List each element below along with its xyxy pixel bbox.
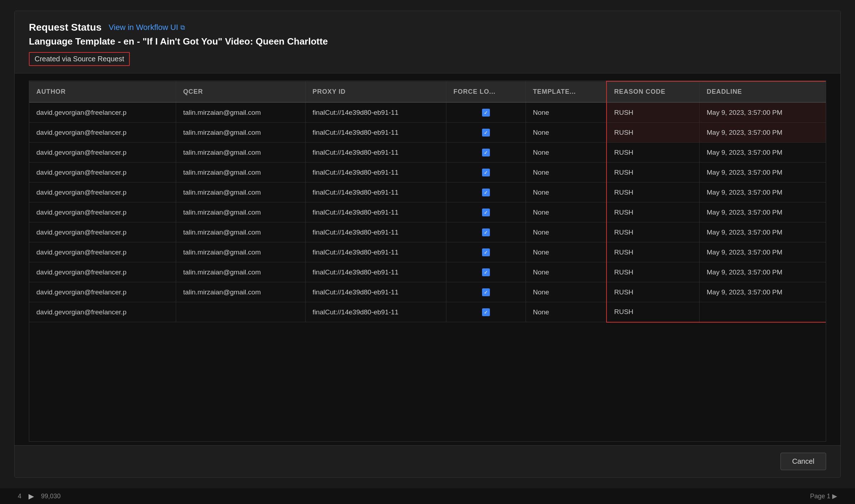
bottom-left-number: 4 — [18, 493, 21, 500]
cell-reason-code: RUSH — [606, 262, 699, 282]
cell-qcer: talin.mirzaian@gmail.com — [176, 182, 305, 202]
cell-proxy-id: finalCut://14e39d80-eb91-11 — [305, 202, 446, 222]
cell-qcer: talin.mirzaian@gmail.com — [176, 262, 305, 282]
cell-author: david.gevorgian@freelancer.p — [29, 282, 176, 302]
cell-deadline: May 9, 2023, 3:57:00 PM — [699, 182, 826, 202]
table-row: david.gevorgian@freelancer.p finalCut://… — [29, 302, 826, 322]
checkbox-checked-icon: ✓ — [482, 308, 490, 316]
bottom-bar-right: Page 1 ▶ — [810, 492, 837, 500]
cell-proxy-id: finalCut://14e39d80-eb91-11 — [305, 123, 446, 143]
cell-proxy-id: finalCut://14e39d80-eb91-11 — [305, 282, 446, 302]
cell-template: None — [526, 143, 606, 163]
cell-template: None — [526, 163, 606, 182]
results-table: AUTHOR QCER PROXY ID FORCE LO... TEMPLAT… — [29, 81, 826, 323]
cell-deadline: May 9, 2023, 3:57:00 PM — [699, 102, 826, 123]
cell-author: david.gevorgian@freelancer.p — [29, 123, 176, 143]
checkbox-checked-icon: ✓ — [482, 268, 490, 276]
checkbox-checked-icon: ✓ — [482, 129, 490, 137]
cell-author: david.gevorgian@freelancer.p — [29, 163, 176, 182]
col-deadline: DEADLINE — [699, 81, 826, 102]
table-row: david.gevorgian@freelancer.p talin.mirza… — [29, 123, 826, 143]
bottom-bar-left: 4 ▶ 99,030 — [18, 492, 61, 500]
cell-deadline: May 9, 2023, 3:57:00 PM — [699, 282, 826, 302]
cell-qcer: talin.mirzaian@gmail.com — [176, 163, 305, 182]
cell-reason-code: RUSH — [606, 202, 699, 222]
cell-template: None — [526, 302, 606, 322]
checkbox-checked-icon: ✓ — [482, 228, 490, 236]
cell-deadline: May 9, 2023, 3:57:00 PM — [699, 262, 826, 282]
cell-force-lock: ✓ — [446, 302, 526, 322]
cell-reason-code: RUSH — [606, 102, 699, 123]
cell-qcer: talin.mirzaian@gmail.com — [176, 202, 305, 222]
col-proxy-id: PROXY ID — [305, 81, 446, 102]
cell-deadline: May 9, 2023, 3:57:00 PM — [699, 143, 826, 163]
cell-reason-code: RUSH — [606, 302, 699, 322]
table-row: david.gevorgian@freelancer.p talin.mirza… — [29, 282, 826, 302]
cell-force-lock: ✓ — [446, 222, 526, 242]
cell-qcer: talin.mirzaian@gmail.com — [176, 242, 305, 262]
workflow-link[interactable]: View in Workflow UI ⧉ — [109, 23, 185, 32]
cell-proxy-id: finalCut://14e39d80-eb91-11 — [305, 242, 446, 262]
cell-author: david.gevorgian@freelancer.p — [29, 262, 176, 282]
cell-force-lock: ✓ — [446, 262, 526, 282]
cell-author: david.gevorgian@freelancer.p — [29, 202, 176, 222]
checkbox-checked-icon: ✓ — [482, 189, 490, 196]
cell-reason-code: RUSH — [606, 282, 699, 302]
modal-container: Request Status View in Workflow UI ⧉ Lan… — [14, 11, 841, 478]
cell-qcer: talin.mirzaian@gmail.com — [176, 282, 305, 302]
cell-proxy-id: finalCut://14e39d80-eb91-11 — [305, 182, 446, 202]
cell-deadline: May 9, 2023, 3:57:00 PM — [699, 163, 826, 182]
col-author: AUTHOR — [29, 81, 176, 102]
cell-reason-code: RUSH — [606, 163, 699, 182]
cell-force-lock: ✓ — [446, 242, 526, 262]
table-row: david.gevorgian@freelancer.p talin.mirza… — [29, 182, 826, 202]
cell-template: None — [526, 262, 606, 282]
bottom-bar: 4 ▶ 99,030 Page 1 ▶ — [0, 488, 855, 504]
col-reason-code: REASON CODE — [606, 81, 699, 102]
cell-template: None — [526, 102, 606, 123]
col-qcer: QCER — [176, 81, 305, 102]
table-row: david.gevorgian@freelancer.p talin.mirza… — [29, 143, 826, 163]
cell-proxy-id: finalCut://14e39d80-eb91-11 — [305, 163, 446, 182]
cell-author: david.gevorgian@freelancer.p — [29, 102, 176, 123]
cell-reason-code: RUSH — [606, 182, 699, 202]
cell-template: None — [526, 242, 606, 262]
cell-reason-code: RUSH — [606, 143, 699, 163]
cell-author: david.gevorgian@freelancer.p — [29, 302, 176, 322]
table-header-row: AUTHOR QCER PROXY ID FORCE LO... TEMPLAT… — [29, 81, 826, 102]
data-table-container: AUTHOR QCER PROXY ID FORCE LO... TEMPLAT… — [29, 81, 826, 442]
cell-qcer: talin.mirzaian@gmail.com — [176, 102, 305, 123]
modal-header: Request Status View in Workflow UI ⧉ Lan… — [15, 11, 840, 73]
request-status-label: Request Status — [29, 22, 102, 33]
checkbox-checked-icon: ✓ — [482, 109, 490, 117]
cell-proxy-id: finalCut://14e39d80-eb91-11 — [305, 302, 446, 322]
cell-template: None — [526, 182, 606, 202]
cell-qcer: talin.mirzaian@gmail.com — [176, 123, 305, 143]
cancel-button[interactable]: Cancel — [780, 453, 826, 470]
cell-proxy-id: finalCut://14e39d80-eb91-11 — [305, 143, 446, 163]
cell-force-lock: ✓ — [446, 123, 526, 143]
table-row: david.gevorgian@freelancer.p talin.mirza… — [29, 102, 826, 123]
page-subtitle: Language Template - en - "If I Ain't Got… — [29, 36, 826, 47]
bottom-center-number: 99,030 — [41, 493, 61, 500]
cell-author: david.gevorgian@freelancer.p — [29, 143, 176, 163]
checkbox-checked-icon: ✓ — [482, 169, 490, 176]
checkbox-checked-icon: ✓ — [482, 288, 490, 296]
cell-proxy-id: finalCut://14e39d80-eb91-11 — [305, 262, 446, 282]
cell-force-lock: ✓ — [446, 202, 526, 222]
checkbox-checked-icon: ✓ — [482, 248, 490, 256]
cell-force-lock: ✓ — [446, 102, 526, 123]
cell-deadline — [699, 302, 826, 322]
cell-qcer — [176, 302, 305, 322]
table-row: david.gevorgian@freelancer.p talin.mirza… — [29, 202, 826, 222]
table-row: david.gevorgian@freelancer.p talin.mirza… — [29, 262, 826, 282]
nav-arrow-right[interactable]: ▶ — [29, 492, 34, 500]
cell-force-lock: ✓ — [446, 282, 526, 302]
source-request-badge: Created via Source Request — [29, 52, 130, 66]
cell-author: david.gevorgian@freelancer.p — [29, 222, 176, 242]
cell-author: david.gevorgian@freelancer.p — [29, 182, 176, 202]
cell-template: None — [526, 123, 606, 143]
modal-footer: Cancel — [15, 445, 840, 477]
cell-deadline: May 9, 2023, 3:57:00 PM — [699, 202, 826, 222]
cell-force-lock: ✓ — [446, 143, 526, 163]
